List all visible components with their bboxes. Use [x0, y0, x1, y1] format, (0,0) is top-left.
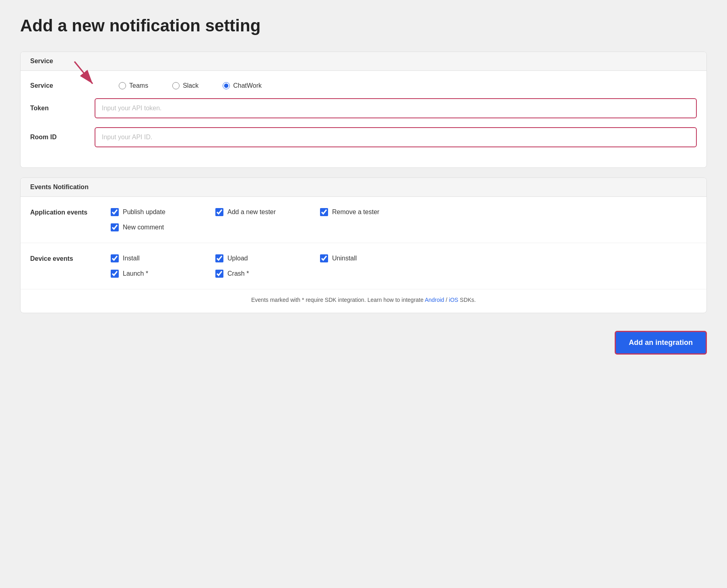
sdk-note-suffix: SDKs.	[458, 297, 476, 303]
service-card: Service Service	[20, 52, 707, 168]
service-card-header: Service	[21, 52, 706, 71]
checkbox-launch[interactable]: Launch *	[111, 270, 215, 278]
radio-slack-input[interactable]	[172, 82, 180, 89]
sdk-separator: /	[444, 297, 449, 303]
checkbox-upload-input[interactable]	[215, 254, 223, 262]
radio-teams[interactable]: Teams	[119, 82, 148, 89]
service-radio-group: Teams Slack ChatWork	[95, 82, 262, 89]
page-title: Add a new notification setting	[20, 16, 707, 35]
radio-teams-label: Teams	[129, 82, 148, 89]
checkbox-new-comment-input[interactable]	[111, 223, 119, 231]
events-card: Events Notification Application events P…	[20, 177, 707, 313]
token-input[interactable]	[95, 98, 697, 118]
android-link[interactable]: Android	[425, 297, 444, 303]
application-events-label: Application events	[30, 208, 111, 216]
sdk-note-prefix: Events marked with * require SDK integra…	[251, 297, 425, 303]
checkbox-remove-tester[interactable]: Remove a tester	[320, 208, 425, 216]
radio-chatwork-input[interactable]	[223, 82, 230, 89]
checkbox-publish-update[interactable]: Publish update	[111, 208, 215, 216]
sdk-note: Events marked with * require SDK integra…	[21, 289, 706, 313]
checkbox-uninstall[interactable]: Uninstall	[320, 254, 425, 262]
checkbox-launch-label: Launch *	[123, 270, 148, 277]
radio-chatwork[interactable]: ChatWork	[223, 82, 262, 89]
room-id-input[interactable]	[95, 127, 697, 147]
radio-slack-label: Slack	[183, 82, 198, 89]
checkbox-crash-input[interactable]	[215, 270, 223, 278]
device-events-row: Device events Install Upload Uninstall L…	[21, 243, 706, 289]
checkbox-install[interactable]: Install	[111, 254, 215, 262]
checkbox-uninstall-label: Uninstall	[332, 255, 357, 262]
token-label: Token	[30, 105, 95, 112]
application-events-checkboxes: Publish update Add a new tester Remove a…	[111, 208, 425, 231]
checkbox-launch-input[interactable]	[111, 270, 119, 278]
checkbox-crash[interactable]: Crash *	[215, 270, 320, 278]
checkbox-add-new-tester[interactable]: Add a new tester	[215, 208, 320, 216]
radio-teams-input[interactable]	[119, 82, 126, 89]
application-events-row: Application events Publish update Add a …	[21, 197, 706, 243]
device-events-checkboxes: Install Upload Uninstall Launch * Crash	[111, 254, 425, 278]
ios-link[interactable]: iOS	[449, 297, 458, 303]
radio-chatwork-label: ChatWork	[233, 82, 262, 89]
device-events-label: Device events	[30, 254, 111, 262]
checkbox-upload[interactable]: Upload	[215, 254, 320, 262]
token-field-row: Token	[30, 98, 697, 118]
checkbox-new-comment[interactable]: New comment	[111, 223, 215, 231]
room-id-label: Room ID	[30, 134, 95, 141]
room-id-field-row: Room ID	[30, 127, 697, 147]
events-card-header: Events Notification	[21, 178, 706, 197]
service-field-row: Service Teams	[30, 82, 697, 89]
checkbox-publish-update-input[interactable]	[111, 208, 119, 216]
service-label: Service	[30, 82, 95, 89]
checkbox-remove-tester-input[interactable]	[320, 208, 328, 216]
checkbox-install-label: Install	[123, 255, 140, 262]
checkbox-add-new-tester-input[interactable]	[215, 208, 223, 216]
footer-row: Add an integration	[20, 323, 707, 359]
add-integration-button[interactable]: Add an integration	[615, 331, 707, 355]
checkbox-install-input[interactable]	[111, 254, 119, 262]
radio-slack[interactable]: Slack	[172, 82, 198, 89]
checkbox-new-comment-label: New comment	[123, 224, 164, 231]
checkbox-publish-update-label: Publish update	[123, 208, 165, 216]
checkbox-upload-label: Upload	[227, 255, 248, 262]
checkbox-remove-tester-label: Remove a tester	[332, 208, 379, 216]
checkbox-crash-label: Crash *	[227, 270, 249, 277]
checkbox-add-new-tester-label: Add a new tester	[227, 208, 276, 216]
checkbox-uninstall-input[interactable]	[320, 254, 328, 262]
